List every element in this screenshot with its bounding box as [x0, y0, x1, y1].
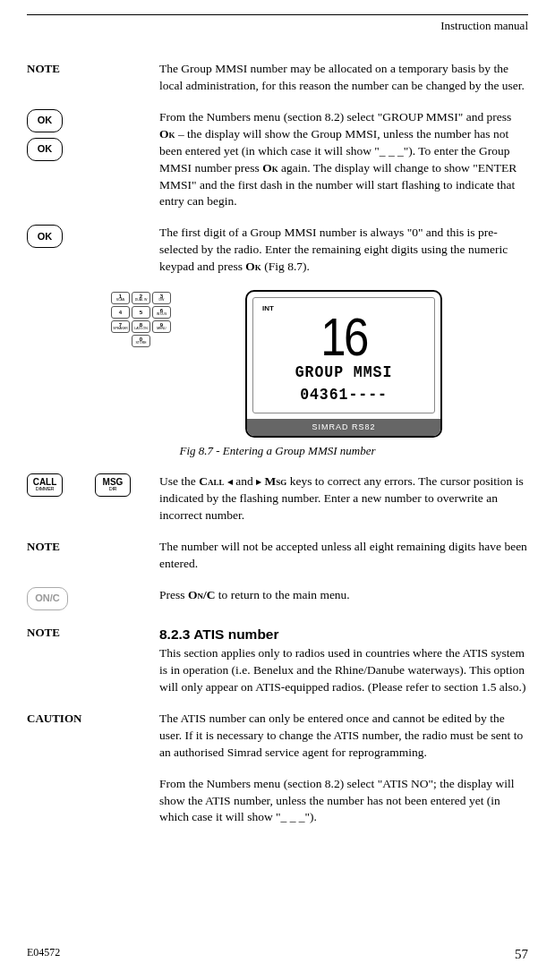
page-content: NOTE The Group MMSI number may be alloca… — [27, 61, 528, 826]
page-footer: E04572 57 — [27, 945, 528, 964]
caution-row: CAUTION The ATIS number can only be ente… — [27, 711, 528, 762]
keypad-key: 0STORE — [132, 335, 150, 347]
text: The first digit of a Group MMSI number i… — [159, 226, 508, 273]
note-label: NOTE — [27, 625, 60, 641]
text: (Fig 8.7). — [261, 260, 310, 273]
para-6-row: ON/C Press On/C to return to the main me… — [27, 587, 528, 610]
para-2: From the Numbers menu (section 8.2) sele… — [159, 109, 528, 210]
msg-inline: Msg — [265, 474, 287, 488]
note-label: NOTE — [27, 61, 60, 77]
para-9-row: From the Numbers menu (section 8.2) sele… — [27, 776, 528, 827]
section-heading-row: NOTE 8.2.3 ATIS number This section appl… — [27, 625, 528, 696]
dir-sublabel: DIR — [109, 487, 117, 492]
note-label: NOTE — [27, 539, 60, 555]
ok-inline: Ok — [262, 161, 278, 175]
para-4: Use the Call and Msg keys to correct any… — [159, 473, 528, 524]
text: to return to the main menu. — [215, 588, 349, 601]
dimmer-sublabel: DIMMER — [36, 487, 55, 492]
ok-button-graphic: OK — [27, 225, 63, 248]
ok-inline: Ok — [245, 260, 261, 273]
keypad-key: 4 — [111, 306, 130, 319]
section-heading: 8.2.3 ATIS number — [159, 625, 528, 644]
lcd-line1: GROUP MMSI — [269, 362, 418, 384]
keypad-blank — [111, 335, 130, 347]
doc-code: E04572 — [27, 945, 60, 964]
para-2-row: OK OK From the Numbers menu (section 8.2… — [27, 109, 528, 210]
onc-button-graphic: ON/C — [27, 587, 68, 610]
ok-inline: Ok — [159, 127, 175, 141]
figure-row: 1SCAN 2DUAL W 3DW 4 5 6INT/US 7SPEAKER 8… — [27, 290, 528, 459]
lcd-display-figure: INT 16 GROUP MMSI 04361---- SIMRAD RS82 — [245, 290, 442, 438]
call-inline: Call — [199, 474, 224, 488]
text: From the Numbers menu (section 8.2) sele… — [159, 110, 511, 124]
para-7: This section applies only to radios used… — [159, 645, 528, 696]
text: and — [233, 474, 256, 488]
ok-button-graphic: OK — [27, 109, 63, 132]
top-rule — [27, 14, 528, 15]
para-3-row: OK The first digit of a Group MMSI numbe… — [27, 225, 528, 276]
text: Press — [159, 588, 188, 601]
para-3: The first digit of a Group MMSI number i… — [159, 225, 528, 276]
msg-button-graphic: MSG DIR — [95, 473, 131, 497]
lcd-line2: 04361---- — [269, 384, 418, 406]
ok-button-graphic: OK — [27, 138, 63, 161]
para-1: The Group MMSI number may be allocated o… — [159, 61, 528, 95]
running-header: Instruction manual — [27, 18, 528, 34]
para-8: The ATIS number can only be entered once… — [159, 711, 528, 762]
call-button-graphic: CALL DIMMER — [27, 473, 63, 497]
keypad-key: 5 — [132, 306, 150, 319]
para-6: Press On/C to return to the main menu. — [159, 587, 528, 610]
onc-inline: On/C — [188, 588, 216, 601]
para-9: From the Numbers menu (section 8.2) sele… — [159, 776, 528, 827]
arrow-right-icon — [256, 474, 261, 488]
para-5: The number will not be accepted unless a… — [159, 539, 528, 573]
caution-label: CAUTION — [27, 711, 81, 727]
para-4-row: CALL DIMMER MSG DIR Use the Call and Msg… — [27, 473, 528, 524]
keypad-key: 8LAT/LON — [132, 320, 150, 333]
keypad-key: 7SPEAKER — [111, 320, 130, 333]
lcd-channel: 16 — [275, 313, 414, 362]
page-number: 57 — [515, 945, 528, 964]
figure-caption: Fig 8.7 - Entering a Group MMSI number — [27, 443, 528, 459]
text: Use the — [159, 474, 199, 488]
lcd-footer: SIMRAD RS82 — [247, 419, 440, 436]
keypad-key: 2DUAL W — [132, 292, 150, 304]
note-row-1: NOTE The Group MMSI number may be alloca… — [27, 61, 528, 95]
keypad-key: 1SCAN — [111, 292, 130, 304]
note-row-2: NOTE The number will not be accepted unl… — [27, 539, 528, 573]
